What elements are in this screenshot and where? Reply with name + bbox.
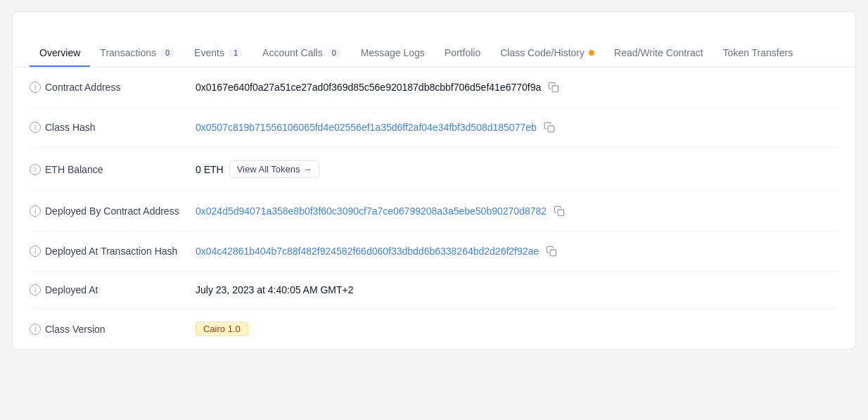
tab-label: Portfolio: [445, 47, 480, 58]
copy-button[interactable]: [544, 244, 559, 258]
row-deployed-by: i Deployed By Contract Address 0x024d5d9…: [30, 191, 838, 231]
contract-card: OverviewTransactions0Events1Account Call…: [12, 11, 856, 350]
row-label: i ETH Balance: [30, 164, 184, 175]
row-class-version: i Class Version Cairo 1.0: [30, 309, 838, 349]
value-text: July 23, 2023 at 4:40:05 AM GMT+2: [196, 284, 354, 295]
tab-label: Overview: [39, 47, 80, 58]
row-eth-balance: i ETH Balance 0 ETHView All Tokens →: [30, 148, 838, 191]
tab-label: Read/Write Contract: [614, 47, 703, 58]
row-label: i Contract Address: [30, 82, 184, 93]
tab-status-dot: [589, 50, 594, 56]
tab-overview[interactable]: Overview: [30, 40, 90, 67]
tab-label: Class Code/History: [500, 47, 585, 58]
tab-bar: OverviewTransactions0Events1Account Call…: [13, 40, 855, 68]
row-value: July 23, 2023 at 4:40:05 AM GMT+2: [196, 284, 354, 295]
row-value: Cairo 1.0: [196, 322, 248, 336]
row-value: 0x0167e640f0a27a51ce27ad0f369d85c56e9201…: [196, 80, 561, 94]
tab-message-logs[interactable]: Message Logs: [351, 40, 435, 67]
svg-rect-3: [550, 250, 556, 256]
value-link[interactable]: 0x04c42861b404b7c88f482f924582f66d060f33…: [196, 246, 539, 257]
value-text: 0 ETH: [196, 164, 224, 175]
tab-label: Events: [194, 47, 224, 58]
info-icon: i: [30, 164, 41, 175]
tab-badge: 0: [327, 48, 341, 58]
info-icon: i: [30, 122, 41, 133]
value-link[interactable]: 0x024d5d94071a358e8b0f3f60c3090cf7a7ce06…: [196, 205, 547, 217]
svg-rect-0: [552, 86, 559, 92]
copy-button[interactable]: [552, 204, 566, 218]
tab-read-write-contract[interactable]: Read/Write Contract: [604, 40, 713, 67]
row-contract-address: i Contract Address 0x0167e640f0a27a51ce2…: [30, 68, 838, 108]
row-value: 0x024d5d94071a358e8b0f3f60c3090cf7a7ce06…: [196, 204, 566, 218]
info-icon: i: [30, 82, 41, 93]
tab-events[interactable]: Events1: [184, 40, 253, 67]
copy-button[interactable]: [547, 80, 561, 94]
copy-button[interactable]: [542, 120, 556, 134]
view-all-tokens-button[interactable]: View All Tokens →: [229, 160, 319, 178]
svg-rect-2: [558, 210, 564, 216]
content-area: i Contract Address 0x0167e640f0a27a51ce2…: [30, 68, 838, 349]
row-deployed-at: i Deployed At July 23, 2023 at 4:40:05 A…: [30, 272, 838, 309]
tab-label: Message Logs: [361, 47, 425, 58]
tab-label: Account Calls: [262, 47, 323, 58]
tab-label: Token Transfers: [723, 47, 793, 58]
row-label: i Deployed At: [30, 284, 184, 295]
svg-rect-1: [548, 126, 554, 132]
tab-transactions[interactable]: Transactions0: [90, 40, 184, 67]
tab-token-transfers[interactable]: Token Transfers: [713, 40, 803, 67]
info-icon: i: [30, 324, 41, 335]
value-text: 0x0167e640f0a27a51ce27ad0f369d85c56e9201…: [196, 82, 541, 93]
tab-badge: 0: [160, 48, 174, 58]
row-value: 0x0507c819b71556106065fd4e02556ef1a35d6f…: [196, 120, 556, 134]
tab-label: Transactions: [100, 47, 156, 58]
row-label: i Deployed By Contract Address: [30, 205, 184, 217]
row-value: 0 ETHView All Tokens →: [196, 160, 319, 178]
tab-badge: 1: [229, 48, 243, 58]
row-class-hash: i Class Hash 0x0507c819b71556106065fd4e0…: [30, 108, 838, 148]
cairo-badge: Cairo 1.0: [196, 322, 248, 336]
info-icon: i: [30, 205, 41, 217]
row-value: 0x04c42861b404b7c88f482f924582f66d060f33…: [196, 244, 559, 258]
row-deployed-at-tx: i Deployed At Transaction Hash 0x04c4286…: [30, 231, 838, 272]
info-icon: i: [30, 246, 41, 257]
row-label: i Deployed At Transaction Hash: [30, 246, 184, 257]
info-icon: i: [30, 284, 41, 295]
tab-account-calls[interactable]: Account Calls0: [253, 40, 351, 67]
row-label: i Class Hash: [30, 122, 184, 133]
tab-class-code-history[interactable]: Class Code/History: [490, 40, 604, 67]
value-link[interactable]: 0x0507c819b71556106065fd4e02556ef1a35d6f…: [196, 122, 537, 133]
row-label: i Class Version: [30, 324, 184, 335]
tab-portfolio[interactable]: Portfolio: [435, 40, 490, 67]
